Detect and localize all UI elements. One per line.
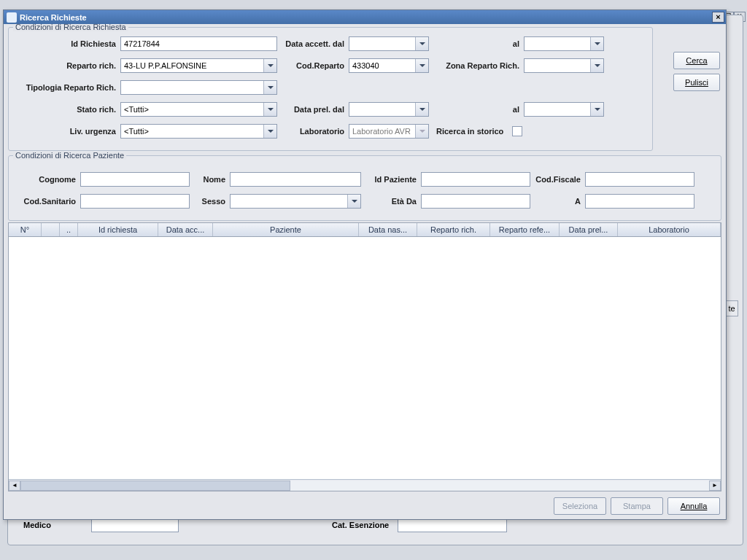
data-accett-dal-combo[interactable] [349,36,429,51]
annulla-button[interactable]: Annulla [667,497,720,515]
col-data-nas[interactable]: Data nas... [359,223,417,236]
data-prel-dal-combo[interactable] [349,102,429,117]
tipologia-reparto-label: Tipologia Reparto Rich. [15,83,120,92]
window-title: Ricerca Richieste [20,13,87,22]
al-label-accett: al [429,39,524,48]
laboratorio-value: Laboratorio AVR [352,127,411,136]
col-laboratorio[interactable]: Laboratorio [618,223,721,236]
eta-da-input[interactable] [421,194,530,209]
bg-medico-field[interactable] [91,518,179,532]
id-richiesta-label: Id Richiesta [15,39,120,48]
chevron-down-icon [415,103,428,116]
id-paziente-label: Id Paziente [361,175,421,184]
richiesta-fieldset: Condizioni di Ricerca Richiesta Id Richi… [8,27,653,151]
chevron-down-icon [263,125,276,138]
col-data-acc[interactable]: Data acc... [158,223,213,236]
close-icon[interactable]: × [712,12,724,23]
laboratorio-combo: Laboratorio AVR [349,124,429,139]
paziente-fieldset: Condizioni di Ricerca Paziente Cognome N… [8,155,721,221]
nome-input[interactable] [230,172,361,187]
al-label-prel: al [429,105,524,114]
cod-reparto-combo[interactable]: 433040 [349,58,429,73]
pulisci-button[interactable]: Pulisci [673,74,720,91]
chevron-down-icon [263,59,276,72]
eta-a-input[interactable] [585,194,694,209]
id-richiesta-input[interactable] [120,36,277,51]
chevron-down-icon [590,103,603,116]
sesso-combo[interactable] [230,194,361,209]
grid-body[interactable] [9,237,721,479]
cerca-button[interactable]: Cerca [673,52,720,69]
titlebar[interactable]: Ricerca Richieste × [4,10,726,24]
action-button-panel: Cerca Pulisci [673,52,720,91]
col-blank[interactable] [42,223,60,236]
reparto-rich-value: 43-LU P.P.ALFONSINE [124,61,206,70]
app-icon [7,12,17,23]
col-dots[interactable]: .. [60,223,78,236]
scroll-right-icon[interactable]: ► [709,481,721,491]
bg-cat-esenzione-label: Cat. Esenzione [332,521,389,529]
dialog-footer: Seleziona Stampa Annulla [4,493,726,519]
results-grid: N° .. Id richiesta Data acc... Paziente … [8,222,721,491]
laboratorio-label: Laboratorio [277,127,349,136]
tipologia-reparto-combo[interactable] [120,80,277,95]
ricerca-richieste-dialog: Ricerca Richieste × Cerca Pulisci Condiz… [3,9,727,520]
scroll-track[interactable] [20,481,709,491]
eta-da-label: Età Da [361,197,421,206]
zona-reparto-combo[interactable] [524,58,604,73]
chevron-down-icon [263,81,276,94]
chevron-down-icon [590,37,603,50]
id-paziente-input[interactable] [421,172,530,187]
data-prel-al-combo[interactable] [524,102,604,117]
cod-sanitario-label: Cod.Sanitario [15,197,80,206]
col-data-prel[interactable]: Data prel... [560,223,618,236]
chevron-down-icon [263,103,276,116]
reparto-rich-combo[interactable]: 43-LU P.P.ALFONSINE [120,58,277,73]
zona-reparto-label: Zona Reparto Rich. [429,61,524,70]
col-n[interactable]: N° [9,223,42,236]
sesso-label: Sesso [190,197,230,206]
liv-urgenza-combo[interactable]: <Tutti> [120,124,277,139]
chevron-down-icon [415,125,428,138]
stato-rich-combo[interactable]: <Tutti> [120,102,277,117]
chevron-down-icon [415,59,428,72]
grid-header: N° .. Id richiesta Data acc... Paziente … [9,223,721,237]
stato-rich-label: Stato rich. [15,105,120,114]
richiesta-legend: Condizioni di Ricerca Richiesta [13,24,128,31]
nome-label: Nome [190,175,230,184]
reparto-rich-label: Reparto rich. [15,61,120,70]
col-id-richiesta[interactable]: Id richiesta [78,223,158,236]
horizontal-scrollbar[interactable]: ◄ ► [9,479,721,491]
paziente-legend: Condizioni di Ricerca Paziente [13,151,126,160]
chevron-down-icon [347,195,360,208]
cod-reparto-label: Cod.Reparto [277,61,349,70]
scroll-thumb[interactable] [20,481,290,491]
cod-sanitario-input[interactable] [80,194,190,209]
seleziona-button: Seleziona [554,497,606,515]
data-accett-al-combo[interactable] [524,36,604,51]
liv-urgenza-value: <Tutti> [124,127,149,136]
data-prel-label: Data prel. dal [277,105,349,114]
col-paziente[interactable]: Paziente [213,223,359,236]
stampa-button: Stampa [611,497,663,515]
eta-a-label: A [530,197,585,206]
cod-fiscale-input[interactable] [585,172,694,187]
col-reparto-refe[interactable]: Reparto refe... [490,223,560,236]
cod-reparto-value: 433040 [352,61,379,70]
liv-urgenza-label: Liv. urgenza [15,127,120,136]
chevron-down-icon [415,37,428,50]
scroll-left-icon[interactable]: ◄ [9,481,20,491]
cognome-input[interactable] [80,172,190,187]
ricerca-storico-checkbox[interactable] [512,126,522,136]
data-accett-label: Data accett. dal [277,39,349,48]
cognome-label: Cognome [15,175,80,184]
bg-partial-button[interactable]: te [725,300,738,316]
col-reparto-rich[interactable]: Reparto rich. [417,223,490,236]
ricerca-storico-label: Ricerca in storico [429,127,509,136]
cod-fiscale-label: Cod.Fiscale [530,175,585,184]
bg-cat-esenzione-field[interactable] [398,518,507,532]
stato-rich-value: <Tutti> [124,105,149,114]
bg-medico-label: Medico [23,521,51,529]
chevron-down-icon [590,59,603,72]
